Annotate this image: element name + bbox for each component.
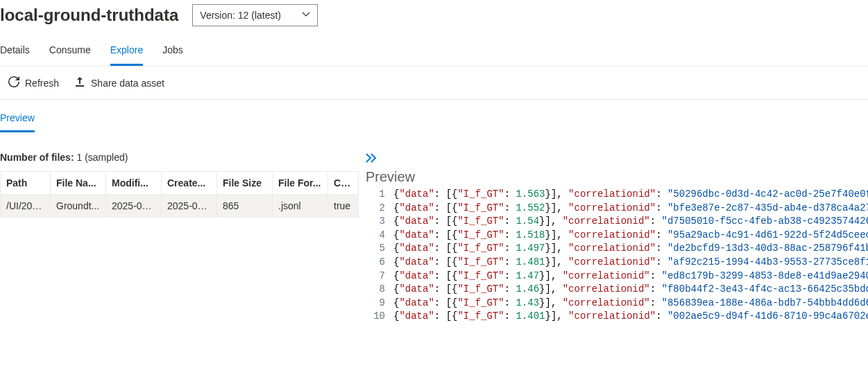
tab-explore[interactable]: Explore <box>110 44 143 66</box>
main-tabs: DetailsConsumeExploreJobs <box>0 30 868 66</box>
preview-line: 9{"data": [{"I_f_GT": 1.43}], "correlati… <box>366 297 868 310</box>
col-header[interactable]: File Size <box>217 172 273 195</box>
preview-line: 7{"data": [{"I_f_GT": 1.47}], "correlati… <box>366 270 868 283</box>
version-label: Version: 12 (latest) <box>200 10 281 21</box>
col-header[interactable]: File For... <box>273 172 328 195</box>
sub-tabs: Preview <box>0 100 868 132</box>
tab-jobs[interactable]: Jobs <box>162 44 183 66</box>
file-count: Number of files: 1 (sampled) <box>0 152 357 163</box>
col-header[interactable]: Modifi... <box>106 172 162 195</box>
table-cell: 2025-01... <box>162 195 217 218</box>
col-header[interactable]: File Na... <box>51 172 106 195</box>
json-preview: 1{"data": [{"I_f_GT": 1.563}], "correlat… <box>366 188 868 324</box>
file-table: PathFile Na...Modifi...Create...File Siz… <box>0 171 359 218</box>
chevron-down-icon <box>302 10 310 21</box>
preview-line: 6{"data": [{"I_f_GT": 1.481}], "correlat… <box>366 256 868 270</box>
table-cell: .jsonl <box>273 195 328 218</box>
chevron-double-right-icon <box>366 154 378 165</box>
refresh-label: Refresh <box>25 78 59 89</box>
share-icon <box>74 76 85 89</box>
version-dropdown[interactable]: Version: 12 (latest) <box>192 4 318 26</box>
page-title: local-ground-truthdata <box>0 6 178 25</box>
refresh-icon <box>8 76 19 89</box>
refresh-button[interactable]: Refresh <box>8 76 59 89</box>
table-cell: true <box>328 195 359 218</box>
table-cell: /UI/202... <box>1 195 51 218</box>
preview-line: 10{"data": [{"I_f_GT": 1.401}], "correla… <box>366 310 868 324</box>
preview-line: 3{"data": [{"I_f_GT": 1.54}], "correlati… <box>366 215 868 229</box>
col-header[interactable]: Create... <box>162 172 217 195</box>
tab-consume[interactable]: Consume <box>49 44 91 66</box>
preview-line: 1{"data": [{"I_f_GT": 1.563}], "correlat… <box>366 188 868 202</box>
preview-line: 4{"data": [{"I_f_GT": 1.518}], "correlat… <box>366 229 868 243</box>
preview-line: 5{"data": [{"I_f_GT": 1.497}], "correlat… <box>366 242 868 256</box>
preview-line: 8{"data": [{"I_f_GT": 1.46}], "correlati… <box>366 283 868 297</box>
expand-button[interactable] <box>366 152 378 165</box>
table-cell: 2025-01... <box>106 195 162 218</box>
col-header[interactable]: CanS <box>328 172 359 195</box>
tab-details[interactable]: Details <box>0 44 30 66</box>
table-cell: Groundt... <box>51 195 106 218</box>
col-header[interactable]: Path <box>1 172 51 195</box>
share-button[interactable]: Share data asset <box>74 76 164 89</box>
table-cell: 865 <box>217 195 273 218</box>
preview-heading: Preview <box>366 169 868 185</box>
preview-line: 2{"data": [{"I_f_GT": 1.552}], "correlat… <box>366 202 868 216</box>
table-row[interactable]: /UI/202...Groundt...2025-01...2025-01...… <box>1 195 359 218</box>
subtab-preview[interactable]: Preview <box>0 112 35 132</box>
share-label: Share data asset <box>91 78 164 89</box>
